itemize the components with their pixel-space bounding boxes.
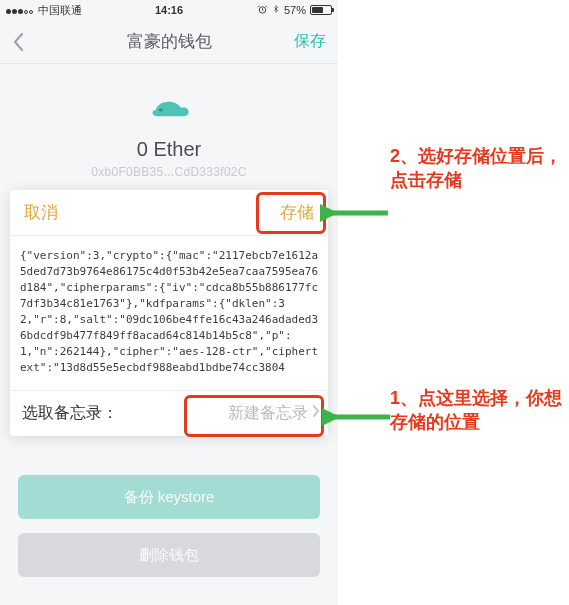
- svg-point-1: [159, 109, 163, 112]
- export-sheet: 取消 存储 {"version":3,"crypto":{"mac":"2117…: [10, 190, 328, 436]
- nav-bar: 富豪的钱包 保存: [0, 20, 338, 64]
- address-label: 0xb0F0BB35...CdD333f02C: [0, 165, 338, 179]
- battery-icon: [310, 5, 332, 15]
- nav-save-button[interactable]: 保存: [294, 31, 326, 52]
- page-title: 富豪的钱包: [0, 30, 338, 53]
- annotation-text-1: 1、点这里选择，你想存储的位置: [390, 386, 569, 435]
- annotation-text-2: 2、选好存储位置后，点击存储: [390, 144, 569, 193]
- alarm-icon: [257, 4, 268, 17]
- backup-keystore-button[interactable]: 备份 keystore: [18, 475, 320, 519]
- memo-row-value: 新建备忘录: [228, 403, 308, 424]
- wallet-avatar-icon: [145, 86, 193, 134]
- sheet-cancel-button[interactable]: 取消: [18, 191, 64, 234]
- bluetooth-icon: [272, 3, 280, 17]
- memo-row-label: 选取备忘录：: [22, 403, 118, 424]
- carrier-label: 中国联通: [38, 3, 82, 18]
- signal-dots-icon: [6, 4, 34, 16]
- clock-label: 14:16: [155, 4, 183, 16]
- battery-pct-label: 57%: [284, 4, 306, 16]
- backup-keystore-label: 备份 keystore: [124, 488, 215, 507]
- status-bar: 中国联通 14:16 57%: [0, 0, 338, 20]
- delete-wallet-button[interactable]: 删除钱包: [18, 533, 320, 577]
- memo-select-row[interactable]: 选取备忘录： 新建备忘录: [10, 391, 328, 436]
- sheet-store-button[interactable]: 存储: [274, 191, 320, 234]
- balance-label: 0 Ether: [0, 138, 338, 161]
- chevron-right-icon: [312, 404, 320, 422]
- keystore-json-text: {"version":3,"crypto":{"mac":"2117ebcb7e…: [10, 236, 328, 391]
- back-button[interactable]: [12, 32, 24, 52]
- wallet-summary: 0 Ether 0xb0F0BB35...CdD333f02C: [0, 64, 338, 189]
- delete-wallet-label: 删除钱包: [139, 546, 199, 565]
